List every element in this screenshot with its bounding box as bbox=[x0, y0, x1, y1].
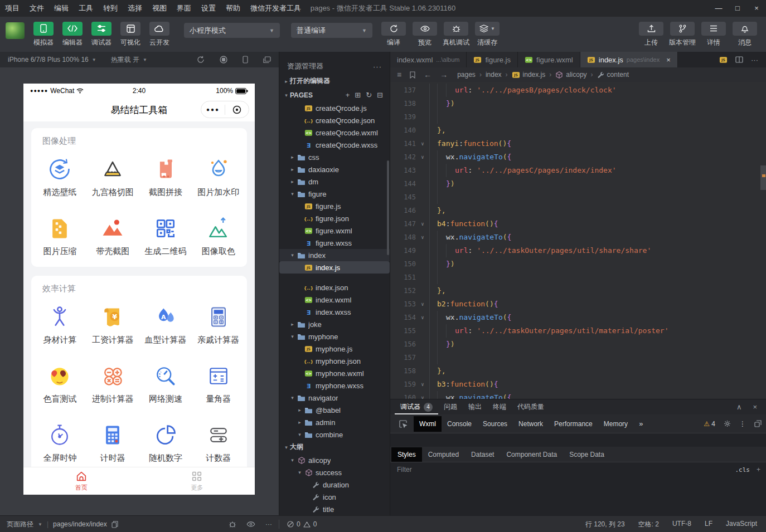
devtools-tab-Memory[interactable]: Memory bbox=[598, 416, 633, 432]
record-icon[interactable] bbox=[220, 56, 227, 64]
avatar[interactable] bbox=[6, 22, 25, 39]
fold-icon[interactable]: ∨ bbox=[416, 231, 429, 244]
editor-tab-figure.js[interactable]: JSfigure.js bbox=[467, 52, 518, 67]
project-section[interactable]: ▾ PAGES + ⊞ ↻ ⊟ bbox=[279, 88, 390, 102]
statusbar-item[interactable]: JavaScript bbox=[726, 520, 757, 529]
back-icon[interactable]: ← bbox=[424, 70, 432, 79]
app-item[interactable]: ¥工资计算器 bbox=[86, 295, 139, 354]
inspector-tab-scope-data[interactable]: Scope Data bbox=[563, 447, 610, 462]
toolbar-clear-cache-button[interactable]: ▼清缓存 bbox=[473, 22, 501, 47]
tree-item-createQrcode.wxss[interactable]: ƎcreateQrcode.wxss bbox=[279, 139, 390, 151]
fold-icon[interactable]: ∨ bbox=[416, 217, 429, 231]
tree-item-dm[interactable]: ▸dm bbox=[279, 175, 390, 188]
toolbar-visual-button[interactable]: 可视化 bbox=[117, 22, 144, 47]
breadcrumb-item-index[interactable]: index bbox=[486, 71, 502, 79]
tree-item-figure[interactable]: ▾figure bbox=[279, 188, 390, 200]
inspector-tab-dataset[interactable]: Dataset bbox=[465, 447, 500, 462]
debugger-panel-tab-输出[interactable]: 输出 bbox=[463, 399, 487, 414]
more-actions-icon[interactable]: ··· bbox=[373, 62, 382, 71]
split-editor-icon[interactable] bbox=[735, 56, 743, 63]
menu-item[interactable]: 帮助 bbox=[221, 0, 245, 17]
app-item[interactable]: 网络测速 bbox=[139, 354, 192, 413]
app-item[interactable]: 图片加水印 bbox=[192, 148, 245, 207]
tree-item-index.js[interactable]: JSindex.js bbox=[279, 261, 390, 274]
inspector-tab-styles[interactable]: Styles bbox=[391, 447, 422, 462]
close-panel-icon[interactable]: × bbox=[753, 403, 757, 411]
app-item[interactable]: 随机数字 bbox=[139, 413, 192, 467]
toolbar-preview-button[interactable]: 预览 bbox=[411, 22, 439, 47]
menu-item[interactable]: 编辑 bbox=[49, 0, 74, 17]
toolbar-compile-button[interactable]: 编译 bbox=[380, 22, 408, 47]
cls-button[interactable]: .cls bbox=[735, 466, 750, 474]
tree-item-duration[interactable]: duration bbox=[279, 479, 390, 491]
popout-icon[interactable] bbox=[754, 420, 762, 427]
fold-icon[interactable]: ∨ bbox=[416, 391, 429, 399]
collapse-panel-icon[interactable]: ∧ bbox=[736, 403, 742, 411]
close-target-icon[interactable] bbox=[225, 105, 249, 115]
editor-scrollbar[interactable] bbox=[760, 165, 766, 190]
toolbar-debugger-button[interactable]: 调试器 bbox=[88, 22, 115, 47]
tab-more[interactable]: 更多 bbox=[139, 467, 255, 495]
menu-item[interactable]: 视图 bbox=[147, 0, 172, 17]
statusbar-item[interactable]: 行 120, 列 23 bbox=[585, 520, 625, 529]
fold-icon[interactable]: ∨ bbox=[416, 150, 429, 164]
kebab-menu-icon[interactable]: ⋮ bbox=[739, 420, 746, 428]
minimize-button[interactable]: — bbox=[709, 0, 728, 17]
device-frame-icon[interactable] bbox=[243, 56, 248, 64]
outline-list-icon[interactable]: ≡ bbox=[397, 70, 401, 79]
tree-item-success[interactable]: ▾success bbox=[279, 466, 390, 479]
tree-item-admin[interactable]: ▸admin bbox=[279, 416, 390, 428]
tree-item-createQrcode.wxml[interactable]: <>createQrcode.wxml bbox=[279, 126, 390, 139]
more-actions-icon[interactable]: ··· bbox=[265, 520, 272, 528]
tree-item-myphone.wxml[interactable]: <>myphone.wxml bbox=[279, 367, 390, 379]
menu-item[interactable]: 选择 bbox=[123, 0, 147, 17]
devtools-tab-Sources[interactable]: Sources bbox=[477, 416, 513, 432]
app-item[interactable]: A血型计算器 bbox=[139, 295, 192, 354]
more-actions-icon[interactable]: ··· bbox=[751, 56, 758, 64]
tree-item-alicopy[interactable]: ▾alicopy bbox=[279, 454, 390, 466]
menu-item[interactable]: 项目 bbox=[0, 0, 25, 17]
toolbar-simulator-button[interactable]: 模拟器 bbox=[30, 22, 57, 47]
multi-window-icon[interactable] bbox=[263, 56, 271, 64]
app-item[interactable]: 生成二维码 bbox=[139, 207, 192, 266]
tree-item-createQrcode.json[interactable]: {..}createQrcode.json bbox=[279, 114, 390, 126]
devtools-tab-Console[interactable]: Console bbox=[442, 416, 477, 432]
more-tabs-icon[interactable]: » bbox=[633, 419, 648, 428]
editor-tab-index.js[interactable]: JSindex.jspages\index× bbox=[580, 52, 678, 67]
toolbar-messages-button[interactable]: 消息 bbox=[731, 22, 759, 47]
tree-item-figure.js[interactable]: JSfigure.js bbox=[279, 200, 390, 212]
menu-item[interactable]: 工具 bbox=[74, 0, 98, 17]
tree-item-css[interactable]: ▸css bbox=[279, 151, 390, 163]
explorer-scrollbar[interactable] bbox=[387, 160, 389, 255]
tree-item-title[interactable]: title bbox=[279, 503, 390, 515]
wxml-tree-area[interactable] bbox=[390, 433, 766, 447]
debugger-panel-tab-调试器[interactable]: 调试器4 bbox=[395, 399, 438, 414]
more-dots-icon[interactable]: ●●● bbox=[201, 106, 225, 113]
debugger-panel-tab-终端[interactable]: 终端 bbox=[487, 399, 512, 414]
tree-item-figure.json[interactable]: {..}figure.json bbox=[279, 212, 390, 224]
menu-item[interactable]: 微信开发者工具 bbox=[245, 0, 306, 17]
filter-input[interactable] bbox=[396, 465, 735, 474]
fold-icon[interactable]: ∨ bbox=[416, 378, 429, 391]
mode-select[interactable]: 小程序模式 ▼ bbox=[184, 23, 280, 38]
statusbar-item[interactable]: LF bbox=[705, 520, 712, 529]
breadcrumb-item-index.js[interactable]: JSindex.js bbox=[512, 71, 546, 79]
tree-item-myphone[interactable]: ▾myphone bbox=[279, 330, 390, 343]
tree-item-myphone.js[interactable]: JSmyphone.js bbox=[279, 343, 390, 355]
menu-item[interactable]: 文件 bbox=[25, 0, 49, 17]
toolbar-editor-button[interactable]: 编辑器 bbox=[59, 22, 86, 47]
bookmark-icon[interactable] bbox=[410, 71, 415, 79]
tree-item-figure.wxml[interactable]: <>figure.wxml bbox=[279, 224, 390, 237]
toolbar-cloud-dev-button[interactable]: 云开发 bbox=[146, 22, 173, 47]
page-path-select[interactable]: 页面路径 bbox=[7, 520, 33, 529]
tree-item-index[interactable]: ▾index bbox=[279, 249, 390, 261]
js-file-icon[interactable]: JS bbox=[719, 56, 728, 64]
app-item[interactable]: 色盲测试 bbox=[33, 354, 86, 413]
devtools-tab-Performance[interactable]: Performance bbox=[549, 416, 598, 432]
tree-item-@babel[interactable]: ▸@babel bbox=[279, 404, 390, 416]
statusbar-item[interactable]: 空格: 2 bbox=[638, 520, 659, 529]
close-tab-icon[interactable]: × bbox=[666, 56, 671, 64]
toolbar-upload-button[interactable]: 上传 bbox=[637, 22, 665, 47]
fold-icon[interactable]: ∨ bbox=[416, 297, 429, 311]
app-item[interactable]: 进制计算器 bbox=[86, 354, 139, 413]
